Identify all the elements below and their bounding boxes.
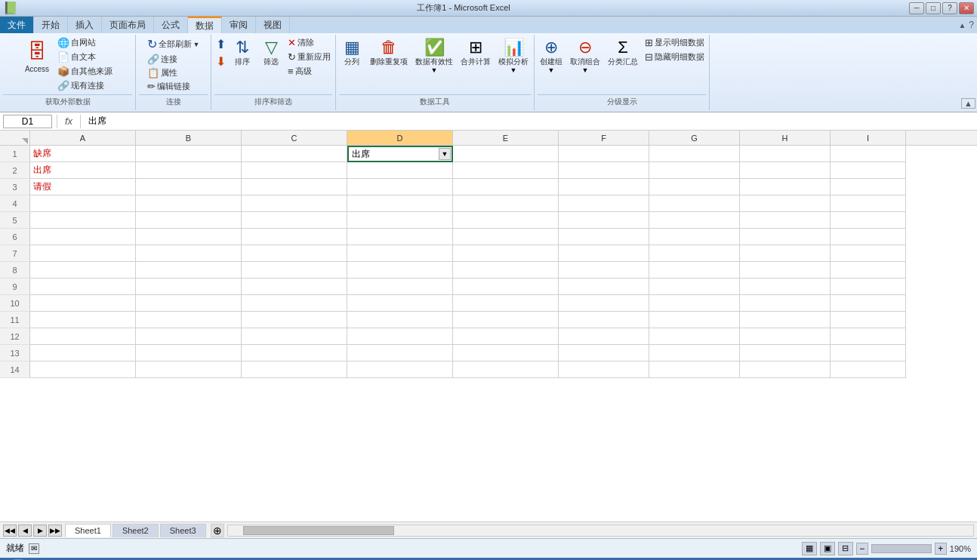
cell-e12[interactable] <box>453 328 559 345</box>
tab-review[interactable]: 审阅 <box>222 17 256 33</box>
cell-b12[interactable] <box>136 328 242 345</box>
cell-e8[interactable] <box>453 262 559 278</box>
help-button[interactable]: ? <box>942 2 957 14</box>
existing-connections-button[interactable]: 🔗 现有连接 <box>56 79 114 92</box>
zoom-slider[interactable] <box>871 544 932 553</box>
maximize-button[interactable]: □ <box>926 2 941 14</box>
cell-i14[interactable] <box>831 362 906 378</box>
group-button[interactable]: ⊕ 创建组 ▼ <box>538 36 565 75</box>
cell-f7[interactable] <box>559 245 649 262</box>
subtotal-button[interactable]: Σ 分类汇总 <box>606 36 640 68</box>
cell-i12[interactable] <box>831 328 906 345</box>
collapse-ribbon-icon[interactable]: ▲ <box>958 21 966 29</box>
cell-f13[interactable] <box>559 345 649 362</box>
cell-h5[interactable] <box>740 212 831 229</box>
view-page-layout-button[interactable]: ▣ <box>820 542 835 555</box>
cell-c8[interactable] <box>242 262 347 278</box>
text-to-columns-button[interactable]: ▦ 分列 <box>339 36 365 68</box>
cell-a12[interactable] <box>30 328 136 345</box>
cell-h14[interactable] <box>740 362 831 378</box>
cell-c14[interactable] <box>242 362 347 378</box>
cell-i1[interactable] <box>831 146 906 162</box>
remove-duplicates-button[interactable]: 🗑 删除重复项 <box>368 36 410 68</box>
col-header-a[interactable]: A <box>30 131 136 145</box>
cell-d13[interactable] <box>347 345 453 362</box>
cell-h6[interactable] <box>740 229 831 245</box>
cell-h9[interactable] <box>740 278 831 295</box>
reapply-button[interactable]: ↻ 重新应用 <box>286 51 332 63</box>
cell-d4[interactable] <box>347 195 453 212</box>
cell-g7[interactable] <box>649 245 740 262</box>
cell-h4[interactable] <box>740 195 831 212</box>
tab-insert[interactable]: 插入 <box>68 17 102 33</box>
cell-c4[interactable] <box>242 195 347 212</box>
tab-page-layout[interactable]: 页面布局 <box>102 17 154 33</box>
cell-b6[interactable] <box>136 229 242 245</box>
cell-c6[interactable] <box>242 229 347 245</box>
cell-e2[interactable] <box>453 162 559 179</box>
cell-i4[interactable] <box>831 195 906 212</box>
cell-d11[interactable] <box>347 312 453 328</box>
cell-h11[interactable] <box>740 312 831 328</box>
cell-i7[interactable] <box>831 245 906 262</box>
cell-g2[interactable] <box>649 162 740 179</box>
cell-a7[interactable] <box>30 245 136 262</box>
consolidate-button[interactable]: ⊞ 合并计算 <box>458 36 493 68</box>
cell-f3[interactable] <box>559 179 649 195</box>
sort-button[interactable]: ⇅ 排序 <box>229 36 256 68</box>
cell-a11[interactable] <box>30 312 136 328</box>
connections-button[interactable]: 🔗 连接 <box>146 53 179 66</box>
cell-e4[interactable] <box>453 195 559 212</box>
cell-c11[interactable] <box>242 312 347 328</box>
clear-button[interactable]: ✕ 清除 <box>286 36 332 49</box>
col-header-b[interactable]: B <box>136 131 242 145</box>
tab-file[interactable]: 文件 <box>0 17 34 33</box>
edit-links-button[interactable]: ✏ 编辑链接 <box>146 80 192 93</box>
cell-g1[interactable] <box>649 146 740 162</box>
web-button[interactable]: 🌐 自网站 <box>56 36 114 49</box>
col-header-f[interactable]: F <box>559 131 649 145</box>
cell-g6[interactable] <box>649 229 740 245</box>
cell-c3[interactable] <box>242 179 347 195</box>
cell-i2[interactable] <box>831 162 906 179</box>
cell-h12[interactable] <box>740 328 831 345</box>
cell-c9[interactable] <box>242 278 347 295</box>
cell-g10[interactable] <box>649 295 740 312</box>
cell-b8[interactable] <box>136 262 242 278</box>
cell-a9[interactable] <box>30 278 136 295</box>
cell-e5[interactable] <box>453 212 559 229</box>
cell-d5[interactable] <box>347 212 453 229</box>
cell-h10[interactable] <box>740 295 831 312</box>
cell-b1[interactable] <box>136 146 242 162</box>
status-icon[interactable]: ✉ <box>29 543 39 554</box>
sheet-nav-first[interactable]: ◀◀ <box>3 525 17 537</box>
cell-g5[interactable] <box>649 212 740 229</box>
help-ribbon-icon[interactable]: ? <box>969 20 974 30</box>
cell-c10[interactable] <box>242 295 347 312</box>
access-button[interactable]: 🗄 Access <box>21 36 53 75</box>
ribbon-collapse-btn[interactable]: ▲ <box>960 35 977 110</box>
other-sources-button[interactable]: 📦 自其他来源 <box>56 65 114 78</box>
cell-g4[interactable] <box>649 195 740 212</box>
close-button[interactable]: ✕ <box>959 2 974 14</box>
cell-g9[interactable] <box>649 278 740 295</box>
cell-a5[interactable] <box>30 212 136 229</box>
cell-h7[interactable] <box>740 245 831 262</box>
cell-c7[interactable] <box>242 245 347 262</box>
cell-a6[interactable] <box>30 229 136 245</box>
col-header-i[interactable]: I <box>831 131 906 145</box>
cell-e7[interactable] <box>453 245 559 262</box>
minimize-button[interactable]: ─ <box>909 2 924 14</box>
cell-e14[interactable] <box>453 362 559 378</box>
cell-a2[interactable]: 出席 <box>30 162 136 179</box>
cell-i3[interactable] <box>831 179 906 195</box>
cell-e11[interactable] <box>453 312 559 328</box>
sheet-tab-1[interactable]: Sheet1 <box>65 524 111 537</box>
cell-f8[interactable] <box>559 262 649 278</box>
cell-h1[interactable] <box>740 146 831 162</box>
cell-a13[interactable] <box>30 345 136 362</box>
cell-e13[interactable] <box>453 345 559 362</box>
cell-b4[interactable] <box>136 195 242 212</box>
cell-i10[interactable] <box>831 295 906 312</box>
cell-e6[interactable] <box>453 229 559 245</box>
